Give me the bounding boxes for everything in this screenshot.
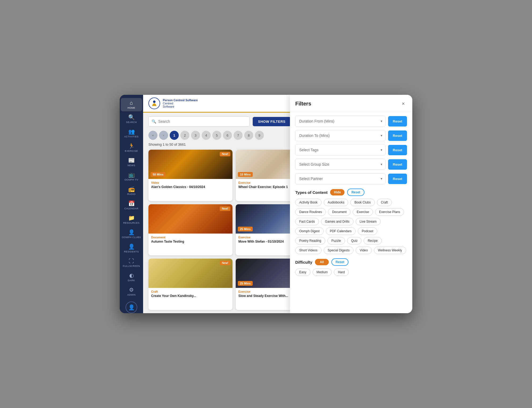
- filter-scrollable[interactable]: Duration From (Mins) ▾ Reset Duration To…: [290, 111, 412, 313]
- content-type-tag[interactable]: Podcast: [358, 227, 377, 235]
- content-type-tag[interactable]: PDF Calendars: [326, 227, 356, 235]
- sidebar-label-calendar: CALENDAR: [124, 207, 138, 210]
- content-type-tag[interactable]: Audiobooks: [324, 199, 348, 206]
- difficulty-reset-button[interactable]: Reset: [331, 258, 349, 266]
- logo-text: Person Centred Software Centred Software: [163, 99, 198, 108]
- page-9-button[interactable]: 9: [255, 131, 264, 140]
- difficulty-tag[interactable]: Easy: [295, 268, 310, 276]
- filter-close-button[interactable]: ×: [400, 100, 407, 108]
- first-page-button[interactable]: «: [148, 131, 157, 140]
- group-size-select[interactable]: Select Group Size: [295, 159, 385, 170]
- difficulty-tag[interactable]: Medium: [313, 268, 332, 276]
- sidebar-item-resources[interactable]: 📁 RESOURCES: [121, 213, 142, 226]
- content-type-tag[interactable]: Craft: [377, 199, 392, 206]
- card-category: Craft: [151, 290, 230, 293]
- sidebar-item-search[interactable]: 🔍 SEARCH: [121, 112, 142, 126]
- partner-select[interactable]: Select Partner: [295, 173, 385, 184]
- card-title: Alan's Golden Classics - 04/10/2024: [151, 185, 230, 189]
- types-hide-button[interactable]: Hide: [330, 189, 344, 195]
- search-icon-sidebar: 🔍: [128, 115, 135, 120]
- sidebar-item-activities[interactable]: 👥 ACTIVITIES: [121, 127, 142, 140]
- card-title: Create Your Own Kandinsky...: [151, 294, 230, 298]
- page-5-button[interactable]: 5: [212, 131, 221, 140]
- sidebar-item-news[interactable]: 📰 NEWS: [121, 156, 142, 169]
- exercise-icon: 🏃: [128, 143, 135, 149]
- content-type-tag[interactable]: Live Stream: [356, 218, 381, 225]
- content-type-tag[interactable]: Document: [328, 208, 351, 216]
- sidebar-item-oomph-clubs[interactable]: 👤 OOMPH CLUBS: [121, 227, 142, 241]
- reset-partner-button[interactable]: Reset: [388, 174, 407, 184]
- content-type-tag[interactable]: Short Videos: [295, 247, 322, 254]
- sidebar-item-exercise[interactable]: 🏃 EXERCISE: [121, 141, 142, 154]
- page-3-button[interactable]: 3: [191, 131, 200, 140]
- search-icon: 🔍: [152, 119, 156, 124]
- types-reset-button[interactable]: Reset: [347, 189, 364, 196]
- content-type-tag[interactable]: Special Digests: [324, 247, 354, 254]
- sidebar-item-home[interactable]: ⌂ HOME: [121, 98, 142, 111]
- reset-duration-from-button[interactable]: Reset: [388, 116, 407, 127]
- page-2-button[interactable]: 2: [180, 131, 189, 140]
- card-item[interactable]: New! 50 Mins Video Alan's Golden Classic…: [148, 150, 232, 201]
- content-type-tag[interactable]: Activity Book: [295, 199, 322, 206]
- tags-select[interactable]: Select Tags: [295, 144, 385, 156]
- main-content: Person Centred Software Centred Software…: [143, 95, 412, 313]
- sidebar-item-dark[interactable]: ◐ DARK: [121, 271, 142, 284]
- difficulty-header: Difficulty All Reset: [295, 258, 407, 266]
- sidebar-item-fullscreen[interactable]: ⛶ FULLSCREEN: [121, 256, 142, 270]
- page-8-button[interactable]: 8: [244, 131, 253, 140]
- sidebar-item-radio[interactable]: 📻 RADIO: [121, 184, 142, 198]
- duration-to-select[interactable]: Duration To (Mins): [295, 130, 385, 141]
- prev-page-button[interactable]: ‹: [159, 131, 168, 140]
- card-item[interactable]: New! Craft Create Your Own Kandinsky...: [148, 259, 232, 310]
- sidebar-item-oomph-tv[interactable]: 📺 OOMPH TV: [121, 170, 142, 183]
- sidebar-label-oomph-tv: OOMPH TV: [124, 178, 138, 181]
- content-type-tag[interactable]: Oomph Digest: [295, 227, 324, 235]
- card-image: New!: [148, 204, 232, 234]
- sidebar-label-fullscreen: FULLSCREEN: [123, 265, 140, 267]
- radio-icon: 📻: [128, 186, 135, 192]
- card-item[interactable]: New! Document Autumn Taste Testing: [148, 204, 232, 256]
- content-type-tag[interactable]: Video: [356, 247, 372, 254]
- search-input[interactable]: [148, 116, 250, 127]
- filter-row-partner: Select Partner ▾ Reset: [295, 173, 407, 184]
- content-type-tag[interactable]: Book Clubs: [350, 199, 375, 206]
- user-avatar[interactable]: 👤: [126, 301, 137, 313]
- page-7-button[interactable]: 7: [234, 131, 243, 140]
- reset-tags-button[interactable]: Reset: [388, 145, 407, 155]
- reset-group-size-button[interactable]: Reset: [388, 159, 407, 170]
- reset-duration-to-button[interactable]: Reset: [388, 130, 407, 141]
- sidebar-label-search: SEARCH: [126, 121, 137, 124]
- page-6-button[interactable]: 6: [223, 131, 232, 140]
- sidebar-label-exercise: EXERCISE: [125, 150, 138, 152]
- content-type-tag[interactable]: Quiz: [347, 237, 362, 244]
- news-icon: 📰: [128, 158, 135, 163]
- sidebar-label-radio: RADIO: [127, 193, 135, 195]
- content-type-tag[interactable]: Wellness Weekly: [374, 247, 406, 254]
- content-type-tag[interactable]: Poetry Reading: [295, 237, 325, 244]
- filter-panel: Filters × Duration From (Mins) ▾ Reset: [290, 95, 412, 313]
- content-type-tag[interactable]: Exercise Plans: [375, 208, 404, 216]
- page-1-button[interactable]: 1: [170, 131, 179, 140]
- sidebar-item-calendar[interactable]: 📅 CALENDAR: [121, 199, 142, 212]
- show-filters-button[interactable]: SHOW FILTERS: [253, 117, 291, 126]
- content-type-tag[interactable]: Games and Drills: [321, 218, 354, 225]
- content-type-tag[interactable]: Exercise: [353, 208, 373, 216]
- sidebar-item-admin[interactable]: ⚙ ADMIN: [121, 285, 142, 298]
- content-type-tag[interactable]: Fact Cards: [295, 218, 319, 225]
- duration-from-select[interactable]: Duration From (Mins): [295, 116, 385, 127]
- search-input-wrap: 🔍: [148, 116, 250, 127]
- card-category: Document: [151, 236, 230, 239]
- filter-row-duration-to: Duration To (Mins) ▾ Reset: [295, 130, 407, 141]
- card-category: Video: [151, 181, 230, 184]
- page-4-button[interactable]: 4: [202, 131, 211, 140]
- card-image: New! 50 Mins: [148, 150, 232, 179]
- filter-header: Filters ×: [290, 95, 412, 111]
- content-type-tag[interactable]: Puzzle: [327, 237, 345, 244]
- sidebar-item-residents[interactable]: 👤 RESIDENTS: [121, 242, 142, 255]
- mins-badge: 10 Mins: [238, 172, 253, 177]
- difficulty-tag[interactable]: Hard: [334, 268, 349, 276]
- duration-to-wrap: Duration To (Mins) ▾: [295, 130, 385, 141]
- content-type-tag[interactable]: Recipe: [364, 237, 381, 244]
- content-type-tag[interactable]: Dance Routines: [295, 208, 326, 216]
- difficulty-all-button[interactable]: All: [315, 259, 329, 265]
